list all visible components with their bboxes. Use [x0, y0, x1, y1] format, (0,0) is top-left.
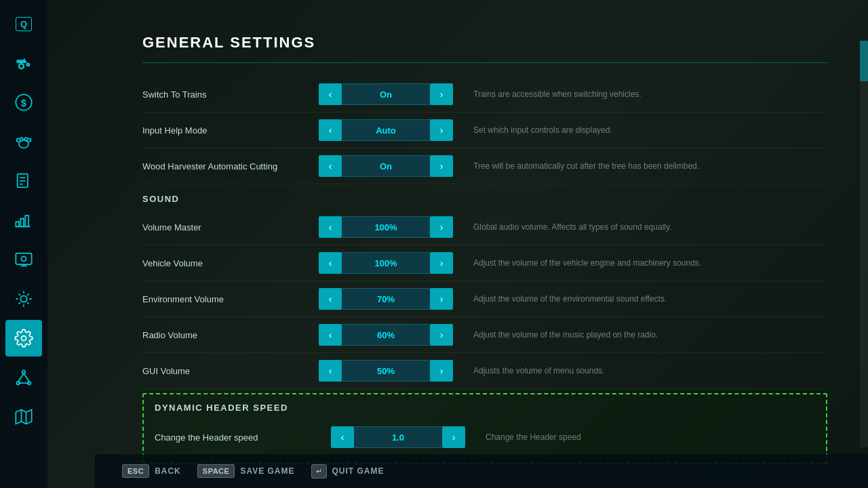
label-vehicle-volume: Vehicle Volume — [142, 258, 319, 268]
tractor-icon — [14, 54, 33, 73]
sidebar-item-q[interactable]: Q — [5, 5, 42, 42]
control-radio-volume: ‹ 60% › — [319, 324, 453, 346]
scrollbar-track[interactable] — [860, 41, 868, 447]
desc-environment-volume: Adjust the volume of the environmental s… — [473, 294, 827, 304]
svg-point-19 — [20, 296, 26, 302]
desc-wood-harvester: Tree will be automatically cut after the… — [473, 161, 827, 171]
economy-icon: $ — [14, 93, 33, 112]
hotkey-quit: ↵ QUIT GAME — [311, 464, 384, 479]
sidebar-item-settings[interactable] — [5, 320, 42, 357]
save-key-badge: SPACE — [197, 464, 235, 478]
machinery-icon — [14, 289, 33, 308]
main-content: GENERAL SETTINGS Switch To Trains ‹ On ›… — [47, 0, 868, 488]
value-switch-to-trains: On — [342, 83, 430, 105]
svg-rect-11 — [25, 216, 28, 226]
value-header-speed: 1.0 — [354, 426, 442, 448]
increase-gui-volume[interactable]: › — [430, 360, 453, 382]
desc-gui-volume: Adjusts the volume of menu sounds. — [473, 366, 827, 375]
contracts-icon — [14, 171, 33, 190]
label-header-speed: Change the Header speed — [155, 432, 331, 443]
increase-environment-volume[interactable]: › — [430, 288, 453, 310]
value-input-help-mode: Auto — [342, 119, 430, 141]
setting-row-volume-master: Volume Master ‹ 100% › Global audio volu… — [142, 209, 827, 245]
increase-vehicle-volume[interactable]: › — [430, 252, 453, 274]
setting-row-switch-to-trains: Switch To Trains ‹ On › Trains are acces… — [142, 77, 827, 113]
back-label: BACK — [155, 466, 181, 476]
decrease-input-help-mode[interactable]: ‹ — [319, 119, 342, 141]
hotkey-back: ESC BACK — [122, 464, 181, 478]
setting-row-wood-harvester: Wood Harvester Automatic Cutting ‹ On › … — [142, 148, 827, 184]
decrease-header-speed[interactable]: ‹ — [331, 426, 354, 448]
svg-line-23 — [18, 373, 24, 382]
sidebar: Q $ — [0, 0, 47, 488]
settings-area: GENERAL SETTINGS Switch To Trains ‹ On ›… — [47, 0, 868, 488]
desc-input-help-mode: Set which input controls are displayed. — [473, 125, 827, 135]
control-environment-volume: ‹ 70% › — [319, 288, 453, 310]
sidebar-item-economy[interactable]: $ — [5, 84, 42, 121]
svg-point-20 — [22, 371, 26, 374]
value-volume-master: 100% — [342, 216, 430, 238]
sidebar-item-machinery[interactable] — [5, 281, 42, 317]
label-gui-volume: GUI Volume — [142, 366, 319, 376]
sidebar-item-animals[interactable] — [5, 123, 42, 160]
sidebar-item-contracts[interactable] — [5, 163, 42, 199]
map-icon — [14, 407, 33, 426]
increase-input-help-mode[interactable]: › — [430, 119, 453, 141]
dynamic-section-header: DYNAMIC HEADER SPEED — [155, 403, 815, 420]
sidebar-item-network[interactable] — [5, 359, 42, 396]
svg-point-2 — [19, 140, 28, 148]
label-environment-volume: Environment Volume — [142, 294, 319, 304]
decrease-wood-harvester[interactable]: ‹ — [319, 155, 342, 177]
decrease-vehicle-volume[interactable]: ‹ — [319, 252, 342, 274]
sound-section-header: SOUND — [142, 184, 827, 209]
desc-header-speed: Change the Header speed — [486, 432, 815, 442]
svg-point-4 — [24, 138, 28, 141]
decrease-switch-to-trains[interactable]: ‹ — [319, 83, 342, 105]
increase-wood-harvester[interactable]: › — [430, 155, 453, 177]
control-header-speed: ‹ 1.0 › — [331, 426, 465, 448]
q-icon: Q — [16, 17, 32, 31]
title-divider — [142, 62, 827, 63]
sidebar-item-monitor[interactable] — [5, 241, 42, 278]
sidebar-item-map[interactable] — [5, 399, 42, 435]
bottom-bar: ESC BACK SPACE SAVE GAME ↵ QUIT GAME — [95, 454, 868, 488]
label-wood-harvester: Wood Harvester Automatic Cutting — [142, 161, 319, 171]
back-key-badge: ESC — [122, 464, 149, 478]
setting-row-header-speed: Change the Header speed ‹ 1.0 › Change t… — [155, 420, 815, 455]
scrollbar-thumb[interactable] — [860, 41, 868, 81]
setting-row-gui-volume: GUI Volume ‹ 50% › Adjusts the volume of… — [142, 353, 827, 389]
production-icon — [14, 211, 33, 230]
animals-icon — [14, 132, 33, 151]
save-label: SAVE GAME — [240, 466, 294, 476]
increase-switch-to-trains[interactable]: › — [430, 83, 453, 105]
value-radio-volume: 60% — [342, 324, 430, 346]
page-title: GENERAL SETTINGS — [142, 34, 827, 52]
svg-point-16 — [22, 256, 26, 261]
quit-key-badge: ↵ — [311, 464, 327, 479]
quit-label: QUIT GAME — [332, 466, 384, 476]
control-wood-harvester: ‹ On › — [319, 155, 453, 177]
settings-list: Switch To Trains ‹ On › Trains are acces… — [142, 77, 827, 464]
desc-radio-volume: Adjust the volume of the music played on… — [473, 330, 827, 340]
label-input-help-mode: Input Help Mode — [142, 125, 319, 136]
monitor-icon — [14, 250, 33, 269]
setting-row-vehicle-volume: Vehicle Volume ‹ 100% › Adjust the volum… — [142, 245, 827, 281]
increase-radio-volume[interactable]: › — [430, 324, 453, 346]
increase-header-speed[interactable]: › — [442, 426, 465, 448]
label-volume-master: Volume Master — [142, 222, 319, 232]
sidebar-item-production[interactable] — [5, 202, 42, 239]
sidebar-item-tractor[interactable] — [5, 45, 42, 81]
label-radio-volume: Radio Volume — [142, 330, 319, 340]
decrease-volume-master[interactable]: ‹ — [319, 216, 342, 238]
increase-volume-master[interactable]: › — [430, 216, 453, 238]
decrease-gui-volume[interactable]: ‹ — [319, 360, 342, 382]
svg-line-24 — [24, 373, 29, 382]
settings-icon — [14, 329, 33, 348]
control-gui-volume: ‹ 50% › — [319, 360, 453, 382]
setting-row-environment-volume: Environment Volume ‹ 70% › Adjust the vo… — [142, 281, 827, 317]
svg-rect-15 — [16, 253, 31, 264]
control-vehicle-volume: ‹ 100% › — [319, 252, 453, 274]
desc-vehicle-volume: Adjust the volume of the vehicle engine … — [473, 258, 827, 268]
decrease-environment-volume[interactable]: ‹ — [319, 288, 342, 310]
decrease-radio-volume[interactable]: ‹ — [319, 324, 342, 346]
